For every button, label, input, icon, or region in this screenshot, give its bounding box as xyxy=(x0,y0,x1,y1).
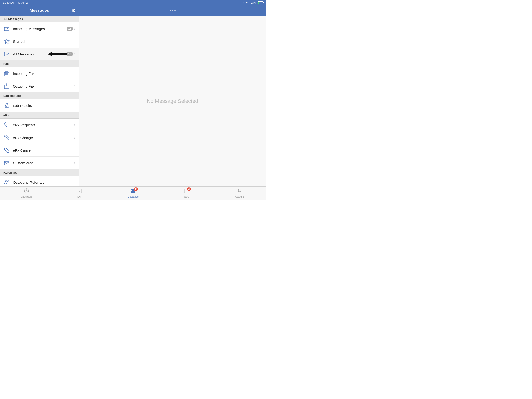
erx-requests-label: eRx Requests xyxy=(13,123,74,127)
no-message-text: No Message Selected xyxy=(147,98,198,104)
messages-tab-label: Messages xyxy=(127,196,139,198)
messages-badge: 9 xyxy=(134,187,138,191)
sidebar-item-incoming-messages[interactable]: Incoming Messages 15 › xyxy=(0,22,79,35)
chevron-icon: › xyxy=(74,148,75,152)
fax-out-icon xyxy=(3,83,10,89)
sidebar-item-erx-requests[interactable]: eRx Requests › xyxy=(0,119,79,131)
outgoing-fax-label: Outgoing Fax xyxy=(13,84,74,88)
right-panel: No Message Selected xyxy=(79,5,266,186)
ehr-tab-label: EHR xyxy=(77,196,82,198)
svg-point-15 xyxy=(5,180,6,182)
inbox-icon xyxy=(3,25,10,32)
svg-rect-2 xyxy=(4,52,9,56)
location-icon: ↗ xyxy=(242,1,244,4)
tab-ehr[interactable]: dr EHR xyxy=(70,188,89,198)
tab-dashboard[interactable]: Dashboard xyxy=(17,188,36,198)
custom-erx-icon xyxy=(3,159,10,166)
incoming-messages-label: Incoming Messages xyxy=(13,27,67,31)
status-bar: 11:30 AM Thu Jun 2 ↗ 24% xyxy=(0,0,266,5)
pill-cancel-icon xyxy=(3,147,10,154)
incoming-messages-badge: 15 xyxy=(67,27,72,31)
svg-rect-0 xyxy=(4,27,9,31)
star-icon xyxy=(3,38,10,45)
sidebar-item-outgoing-fax[interactable]: Outgoing Fax › xyxy=(0,80,79,93)
pointer-arrow xyxy=(48,51,67,57)
erx-change-label: eRx Change xyxy=(13,136,74,140)
dots-menu[interactable] xyxy=(170,10,176,11)
right-content-area: No Message Selected xyxy=(79,16,266,186)
dot-2 xyxy=(172,10,173,11)
status-date: Thu Jun 2 xyxy=(16,1,27,4)
sidebar-header: Messages ⚙ xyxy=(0,5,79,16)
section-referrals: Referrals xyxy=(0,169,79,176)
svg-marker-1 xyxy=(4,39,9,44)
chevron-icon: › xyxy=(74,39,75,44)
sidebar-item-all-messages[interactable]: All Messages 15 › xyxy=(0,48,79,61)
chevron-icon: › xyxy=(74,84,75,88)
tab-tasks[interactable]: 3 Tasks xyxy=(177,188,196,198)
sidebar-item-lab-results[interactable]: Lab Results › xyxy=(0,99,79,112)
starred-label: Starred xyxy=(13,39,74,44)
svg-marker-3 xyxy=(48,52,52,57)
status-time: 11:30 AM xyxy=(3,1,14,4)
tab-bar: Dashboard dr EHR 9 Messages 3 xyxy=(0,186,266,200)
tab-account[interactable]: Account xyxy=(230,188,249,198)
dashboard-tab-label: Dashboard xyxy=(21,196,32,198)
svg-rect-10 xyxy=(4,85,9,89)
section-erx: eRx xyxy=(0,112,79,119)
header-title: Messages xyxy=(30,8,49,13)
chevron-icon: › xyxy=(74,123,75,127)
svg-rect-4 xyxy=(52,53,67,55)
pill-change-icon xyxy=(3,134,10,141)
right-panel-header xyxy=(79,5,266,16)
sidebar-item-erx-change[interactable]: eRx Change › xyxy=(0,131,79,144)
dot-1 xyxy=(170,10,171,11)
section-fax: Fax xyxy=(0,61,79,67)
wifi-icon xyxy=(246,1,250,4)
dot-3 xyxy=(174,10,176,11)
chevron-icon: › xyxy=(74,71,75,76)
sidebar: Messages ⚙ All Messages Incoming Message… xyxy=(0,5,79,186)
sidebar-item-outbound-referrals[interactable]: Outbound Referrals › xyxy=(0,176,79,186)
tasks-badge: 3 xyxy=(187,187,191,191)
lab-results-label: Lab Results xyxy=(13,104,74,108)
sidebar-item-starred[interactable]: Starred › xyxy=(0,35,79,48)
all-messages-badge: 15 xyxy=(67,52,72,56)
chevron-icon: › xyxy=(74,135,75,140)
status-right: ↗ 24% xyxy=(242,1,263,4)
tasks-tab-label: Tasks xyxy=(183,196,190,198)
account-tab-label: Account xyxy=(235,196,244,198)
sidebar-item-incoming-fax[interactable]: Incoming Fax › xyxy=(0,67,79,80)
tab-messages[interactable]: 9 Messages xyxy=(123,188,143,198)
ehr-icon: dr xyxy=(77,188,82,195)
section-lab-results: Lab Results xyxy=(0,93,79,99)
sidebar-item-erx-cancel[interactable]: eRx Cancel › xyxy=(0,144,79,157)
svg-point-16 xyxy=(7,180,8,182)
svg-text:dr: dr xyxy=(79,190,80,192)
svg-rect-14 xyxy=(4,161,9,165)
all-messages-icon xyxy=(3,51,10,57)
svg-rect-6 xyxy=(5,71,8,73)
main-layout: Messages ⚙ All Messages Incoming Message… xyxy=(0,5,266,186)
chevron-icon: › xyxy=(74,161,75,165)
dashboard-icon xyxy=(24,188,29,195)
chevron-icon: › xyxy=(74,52,75,56)
account-icon xyxy=(237,188,242,195)
referral-icon xyxy=(3,179,10,186)
status-left: 11:30 AM Thu Jun 2 xyxy=(3,1,27,4)
fax-in-icon xyxy=(3,70,10,77)
custom-erx-label: Custom eRx xyxy=(13,161,74,165)
erx-cancel-label: eRx Cancel xyxy=(13,148,74,152)
chevron-icon: › xyxy=(74,26,75,31)
pill-icon xyxy=(3,121,10,128)
chevron-icon: › xyxy=(74,103,75,108)
section-all-messages: All Messages xyxy=(0,16,79,22)
outbound-referrals-label: Outbound Referrals xyxy=(13,180,74,184)
sidebar-item-custom-erx[interactable]: Custom eRx › xyxy=(0,157,79,169)
lab-icon xyxy=(3,102,10,109)
chevron-icon: › xyxy=(74,180,75,184)
incoming-fax-label: Incoming Fax xyxy=(13,71,74,76)
gear-icon[interactable]: ⚙ xyxy=(71,8,76,13)
battery-icon xyxy=(258,1,263,4)
svg-point-27 xyxy=(239,189,240,191)
